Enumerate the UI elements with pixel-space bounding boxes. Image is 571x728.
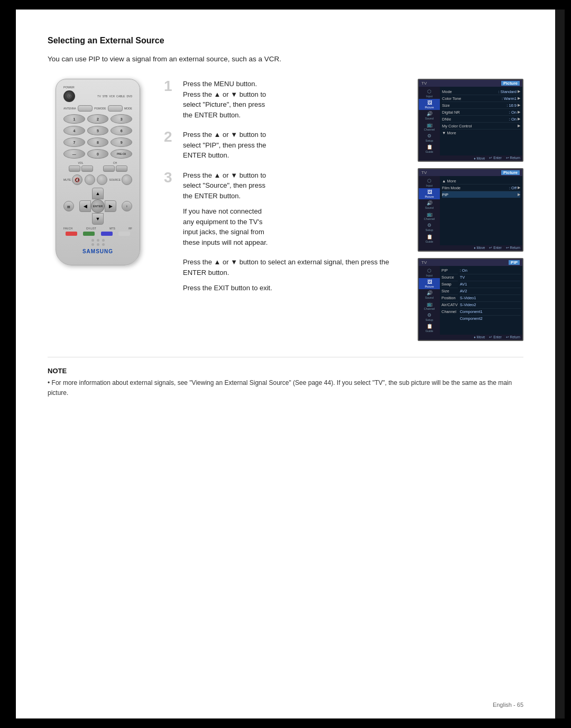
tv-screen-3: TV PIP ⬡ Input 🖼 Picture — [418, 258, 523, 341]
source-labels-row: TV STB VCR CABLE DVD — [97, 95, 132, 98]
dot5 — [97, 243, 99, 246]
dot1 — [91, 239, 94, 242]
tv-screen-1-header: TV Picture — [419, 80, 522, 87]
power-label: POWER — [63, 86, 132, 89]
num-prech[interactable]: PRE-CH — [110, 149, 132, 159]
menu-more: ▼ More — [442, 130, 520, 136]
dpad-row: ▤ ▲ ◀ ENTER ▶ ▼ i — [63, 188, 132, 225]
number-grid: 1 2 3 4 5 6 7 8 9 — 0 PRE-CH — [63, 114, 132, 159]
sidebar3-channel: 📺 Channel — [419, 300, 440, 311]
tv-main-3-keys: PIP Source Swap Size Position Air/CATV C… — [441, 268, 458, 333]
dot6 — [102, 243, 105, 246]
menu2-film-mode: Film Mode : Off ▶ — [442, 185, 520, 191]
menu-color-tone: Color Tone : Warm1 ▶ — [442, 95, 520, 102]
ch-down[interactable] — [103, 165, 115, 172]
step-3-text: Press the ▲ or ▼ button toselect "Source… — [183, 170, 402, 248]
vol-group: VOL — [69, 161, 93, 172]
sidebar2-setup: ⚙ Setup — [419, 222, 440, 233]
tv-screen-3-footer: ♦ Move ↵ Enter ↩ Return — [419, 335, 522, 340]
dot4 — [91, 243, 94, 246]
step-3-number: 3 — [164, 170, 174, 185]
tv-screen-1-body: ⬡ Input 🖼 Picture 🔊 Sound 📺 — [419, 87, 522, 155]
tv-screen-3-body: ⬡ Input 🖼 Picture 🔊 Sound 📺 — [419, 266, 522, 335]
num-2[interactable]: 2 — [87, 114, 109, 124]
tv-screen-1: TV Picture ⬡ Input 🖼 Picture — [418, 79, 523, 162]
pgmode-button[interactable] — [78, 105, 93, 112]
sidebar-picture: 🖼 Picture — [419, 99, 440, 110]
num-5[interactable]: 5 — [87, 126, 109, 135]
note-section: NOTE • For more information about extern… — [48, 357, 523, 398]
sidebar2-sound: 🔊 Sound — [419, 199, 440, 210]
d-pad-down[interactable]: ▼ — [92, 213, 104, 225]
nav-left-btn[interactable] — [85, 174, 95, 185]
intro-text: You can use PIP to view a signal from an… — [48, 55, 523, 63]
sidebar3-setup: ⚙ Setup — [419, 311, 440, 322]
info-btn[interactable]: i — [122, 201, 132, 211]
sidebar3-guide: 📋 Guide — [419, 322, 440, 334]
tv-sidebar-2: ⬡ Input 🖼 Picture 🔊 Sound 📺 — [419, 176, 440, 245]
sidebar-guide: 📋 Guide — [419, 143, 440, 154]
menu-mode: Mode : Standard ▶ — [442, 88, 520, 95]
menu-btn[interactable]: ▤ — [63, 201, 74, 211]
menu-my-color: My Color Control ▶ — [442, 123, 520, 130]
note-title: NOTE — [48, 367, 523, 375]
gray-btn[interactable] — [118, 232, 130, 236]
ch-up[interactable] — [116, 165, 127, 172]
mode-button[interactable] — [108, 105, 123, 112]
ch-group: CH — [103, 161, 127, 172]
tv-main-3: PIP Source Swap Size Position Air/CATV C… — [440, 266, 522, 335]
sidebar3-input: ⬡ Input — [419, 267, 440, 278]
main-content: POWER TV STB VCR CABLE DVD ANTENNA PGMOD — [48, 79, 523, 341]
power-button[interactable] — [63, 90, 75, 102]
extra-instructions: Press the ▲ or ▼ button to select an ext… — [164, 257, 402, 293]
dot3 — [102, 239, 105, 242]
enter-btn[interactable]: ENTER — [91, 199, 105, 213]
sidebar3-picture: 🖼 Picture — [419, 278, 440, 289]
step-2-text: Press the ▲ or ▼ button toselect "PIP", … — [183, 130, 402, 161]
step-2-row: 2 Press the ▲ or ▼ button toselect "PIP"… — [164, 130, 402, 161]
step-3-row: 3 Press the ▲ or ▼ button toselect "Sour… — [164, 170, 402, 248]
num-4[interactable]: 4 — [63, 126, 85, 135]
source-btn[interactable] — [122, 174, 132, 185]
red-btn[interactable] — [66, 232, 77, 236]
menu-dnie: DNIe : On ▶ — [442, 116, 520, 123]
num-0[interactable]: 0 — [87, 149, 109, 159]
sidebar-input: ⬡ Input — [419, 88, 440, 99]
left-accent — [6, 10, 16, 718]
antenna-row: ANTENNA PGMODE MODE — [63, 105, 132, 112]
vol-down[interactable] — [69, 165, 80, 172]
bottom-label-row: FAV.CH CH LIST MTS RF — [63, 227, 132, 230]
tv-screen-2-header: TV Picture — [419, 169, 522, 176]
nav-right-btn[interactable] — [97, 174, 107, 185]
tv-main-1: Mode : Standard ▶ Color Tone : Warm1 ▶ S… — [440, 87, 522, 155]
vol-up[interactable] — [81, 165, 93, 172]
sidebar-sound: 🔊 Sound — [419, 110, 440, 121]
page-footer: English - 65 — [493, 702, 523, 708]
tv-sidebar-1: ⬡ Input 🖼 Picture 🔊 Sound 📺 — [419, 87, 440, 155]
num-6[interactable]: 6 — [110, 126, 132, 135]
section-title: Selecting an External Source — [48, 36, 523, 45]
d-pad-up[interactable]: ▲ — [92, 188, 104, 199]
num-8[interactable]: 8 — [87, 137, 109, 147]
sidebar2-guide: 📋 Guide — [419, 233, 440, 244]
d-pad-right[interactable]: ▶ — [105, 200, 116, 212]
num-9[interactable]: 9 — [110, 137, 132, 147]
green-btn[interactable] — [83, 232, 95, 236]
dot2 — [97, 239, 99, 242]
tv-sidebar-3: ⬡ Input 🖼 Picture 🔊 Sound 📺 — [419, 266, 440, 335]
step-1-number: 1 — [164, 79, 174, 94]
menu2-pip: PIP ▶ — [442, 191, 520, 198]
d-pad-left[interactable]: ◀ — [79, 200, 91, 212]
page-wrapper: Selecting an External Source You can use… — [16, 10, 555, 718]
num-3[interactable]: 3 — [110, 114, 132, 124]
num-7[interactable]: 7 — [63, 137, 85, 147]
mute-btn[interactable]: 🔇 — [72, 174, 82, 185]
tv-main-3-values: : On TV AV1 AV2 S-Video1 S-Video2 Compon… — [460, 268, 521, 333]
blue-btn[interactable] — [101, 232, 113, 236]
remote-dots — [63, 239, 132, 246]
num-dash[interactable]: — — [63, 149, 85, 159]
num-1[interactable]: 1 — [63, 114, 85, 124]
note-text: • For more information about external si… — [48, 378, 523, 398]
tv-screen-2-body: ⬡ Input 🖼 Picture 🔊 Sound 📺 — [419, 176, 522, 245]
sidebar-channel: 📺 Channel — [419, 121, 440, 132]
